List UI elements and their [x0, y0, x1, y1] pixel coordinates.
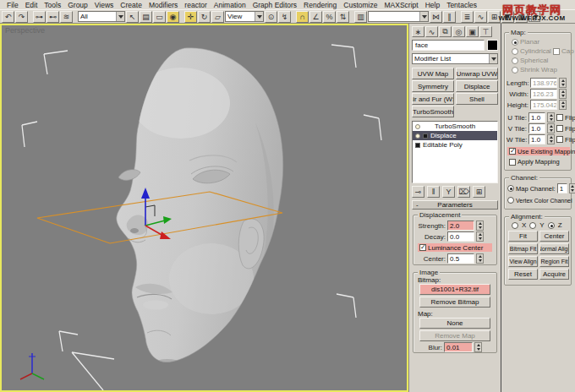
render-setup-icon[interactable]: ▦ [515, 11, 528, 23]
menu-modifiers[interactable]: Modifiers [145, 1, 181, 9]
menu-edit[interactable]: Edit [22, 1, 41, 9]
reset-button[interactable]: Reset [508, 269, 538, 280]
remove-bitmap-button[interactable]: Remove Bitmap [419, 297, 490, 308]
pin-stack-icon[interactable]: ⊸ [412, 186, 424, 198]
normal-align-button[interactable]: Normal Align [539, 243, 569, 254]
menu-create[interactable]: Create [117, 1, 145, 9]
center-spinner[interactable] [476, 253, 484, 264]
chevron-down-icon[interactable] [531, 12, 539, 21]
layer-manager-icon[interactable]: ≣ [461, 11, 474, 23]
select-and-link-icon[interactable]: ⊶ [33, 11, 46, 23]
align-z-radio[interactable] [548, 222, 555, 229]
make-unique-icon[interactable]: Y [442, 186, 455, 198]
center-field[interactable]: 0.5 [447, 253, 474, 264]
material-editor-icon[interactable]: ◩ [501, 11, 514, 23]
modifier-list-dropdown[interactable]: Modifier List [412, 53, 498, 64]
modify-tab-icon[interactable]: ∿ [425, 26, 438, 37]
object-name-field[interactable]: face [412, 40, 485, 51]
map-none-button[interactable]: None [419, 318, 490, 329]
hair-and-fur-button[interactable]: air and Fur (WS [412, 93, 454, 105]
stack-item-displace[interactable]: Displace [413, 131, 497, 140]
view-align-button[interactable]: View Align [508, 256, 538, 267]
unlink-selection-icon[interactable]: ⊷ [47, 11, 59, 23]
use-pivot-point-center-icon[interactable]: ⊙ [265, 11, 277, 23]
stack-item-turbosmooth[interactable]: TurboSmooth [413, 122, 497, 131]
symmetry-button[interactable]: Symmetry [412, 80, 454, 92]
show-end-result-icon[interactable]: ‖ [427, 186, 440, 198]
select-and-scale-icon[interactable]: ▱ [211, 11, 224, 23]
menu-views[interactable]: Views [91, 1, 118, 9]
vertex-color-channel-radio[interactable] [507, 197, 514, 204]
modifier-gizmo-icon[interactable] [423, 133, 428, 139]
menu-tools[interactable]: Tools [41, 1, 64, 9]
create-tab-icon[interactable]: ∗ [412, 26, 424, 37]
chevron-down-icon[interactable] [489, 54, 497, 63]
chevron-down-icon[interactable] [255, 12, 263, 21]
undo-icon[interactable]: ↶ [2, 11, 14, 23]
utilities-tab-icon[interactable]: ⊤ [479, 26, 492, 37]
percent-snap-toggle-icon[interactable]: % [323, 11, 336, 23]
u-tile-field[interactable]: 1.0 [528, 112, 545, 122]
spherical-radio[interactable] [512, 57, 518, 64]
lightbulb-icon[interactable] [415, 133, 420, 139]
apply-mapping-checkbox[interactable] [509, 159, 516, 166]
region-fit-button[interactable]: Region Fit [539, 256, 569, 267]
reference-coordinate-dropdown[interactable]: View [225, 11, 264, 22]
center-button[interactable]: Center [539, 231, 569, 242]
object-color-swatch[interactable] [487, 40, 498, 51]
toolbar-overflow-dropdown[interactable] [528, 11, 540, 22]
chevron-down-icon[interactable] [116, 12, 124, 21]
planar-radio[interactable] [512, 39, 518, 46]
configure-modifier-sets-icon[interactable]: ⊞ [473, 186, 485, 198]
height-spinner[interactable] [559, 100, 567, 110]
perspective-viewport[interactable]: Perspective [0, 24, 408, 392]
unwrap-uvw-button[interactable]: Unwrap UVW [456, 68, 498, 79]
rectangular-selection-region-icon[interactable]: ▭ [153, 11, 166, 23]
v-flip-checkbox[interactable] [556, 125, 563, 132]
v-tile-spinner[interactable] [547, 123, 555, 133]
schematic-view-icon[interactable]: ⊞ [488, 11, 501, 23]
viewport-3d-scene[interactable] [2, 25, 407, 390]
strength-spinner[interactable] [476, 220, 484, 231]
viewport-label[interactable]: Perspective [5, 26, 45, 35]
menu-maxscript[interactable]: MAXScript [381, 1, 421, 9]
bind-to-space-warp-icon[interactable]: ≋ [60, 11, 73, 23]
w-flip-checkbox[interactable] [556, 136, 563, 143]
hierarchy-tab-icon[interactable]: ⧉ [439, 26, 452, 37]
align-y-radio[interactable] [529, 222, 536, 229]
w-tile-field[interactable]: 1.0 [528, 134, 545, 144]
edit-named-selections-icon[interactable]: ▥ [354, 11, 367, 23]
shell-button[interactable]: Shell [456, 93, 498, 105]
remove-modifier-icon[interactable]: ⌦ [457, 186, 470, 198]
w-tile-spinner[interactable] [547, 134, 555, 144]
v-tile-field[interactable]: 1.0 [528, 123, 545, 133]
length-spinner[interactable] [559, 78, 567, 88]
menu-reactor[interactable]: reactor [181, 1, 210, 9]
shrink-wrap-radio[interactable] [512, 67, 518, 74]
parameters-rollout-header[interactable]: - Parameters [412, 200, 498, 210]
select-and-move-icon[interactable]: ✛ [184, 11, 197, 23]
spinner-snap-toggle-icon[interactable]: ⇅ [337, 11, 349, 23]
menu-customize[interactable]: Customize [340, 1, 381, 9]
strength-field[interactable]: 2.0 [447, 220, 474, 231]
decay-field[interactable]: 0.0 [447, 231, 474, 242]
turbosmooth-button[interactable]: TurboSmooth [412, 106, 454, 117]
map-channel-spinner[interactable] [569, 183, 575, 193]
menu-file[interactable]: File [3, 1, 22, 9]
u-flip-checkbox[interactable] [556, 114, 563, 121]
lightbulb-icon[interactable] [415, 124, 420, 129]
select-by-name-icon[interactable]: ▤ [140, 11, 152, 23]
cylindrical-radio[interactable] [512, 48, 518, 55]
snap-toggle-3d-icon[interactable]: ∩ [296, 11, 309, 23]
align-icon[interactable]: ∥ [443, 11, 456, 23]
menu-group[interactable]: Group [64, 1, 91, 9]
u-tile-spinner[interactable] [547, 112, 555, 122]
fit-button[interactable]: Fit [508, 231, 538, 242]
curve-editor-icon[interactable]: ∿ [474, 11, 487, 23]
selection-filter-dropdown[interactable]: All [78, 11, 125, 22]
bitmap-file-button[interactable]: dis1001+R32.tif [419, 284, 490, 295]
chevron-down-icon[interactable] [419, 12, 428, 21]
select-object-icon[interactable]: ↖ [126, 11, 139, 23]
select-and-manipulate-icon[interactable]: ↯ [278, 11, 291, 23]
width-spinner[interactable] [559, 89, 567, 99]
